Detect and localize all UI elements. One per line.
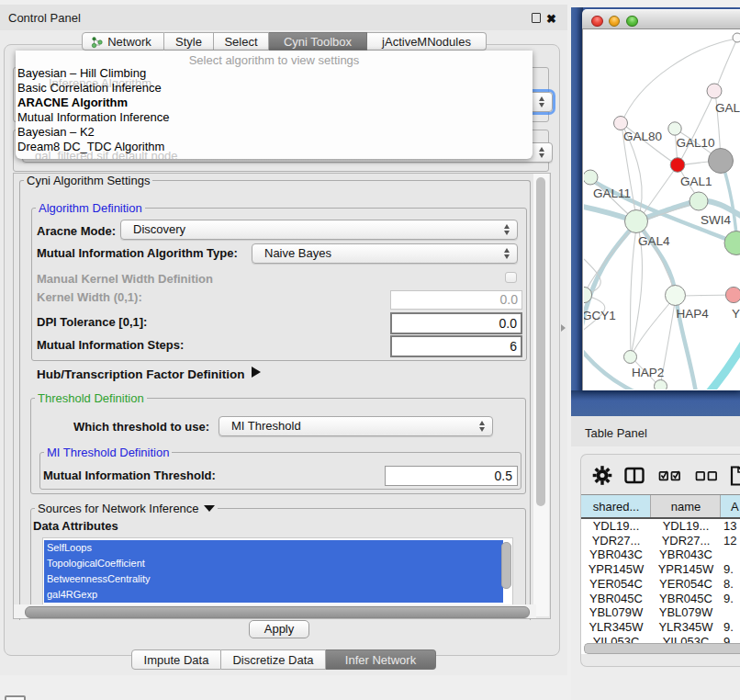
svg-text:YE: YE xyxy=(732,307,740,321)
svg-text:HAP4: HAP4 xyxy=(677,307,710,321)
svg-text:GAL1: GAL1 xyxy=(680,175,712,188)
svg-text:GAL4: GAL4 xyxy=(638,234,670,248)
svg-text:GAL2: GAL2 xyxy=(715,101,740,115)
svg-text:GAL10: GAL10 xyxy=(677,136,715,150)
svg-text:GCY1: GCY1 xyxy=(584,309,616,322)
svg-text:HAP2: HAP2 xyxy=(632,366,664,379)
svg-text:GAL11: GAL11 xyxy=(593,186,631,200)
svg-text:GAL80: GAL80 xyxy=(623,130,662,143)
svg-text:SWI4: SWI4 xyxy=(701,213,731,227)
